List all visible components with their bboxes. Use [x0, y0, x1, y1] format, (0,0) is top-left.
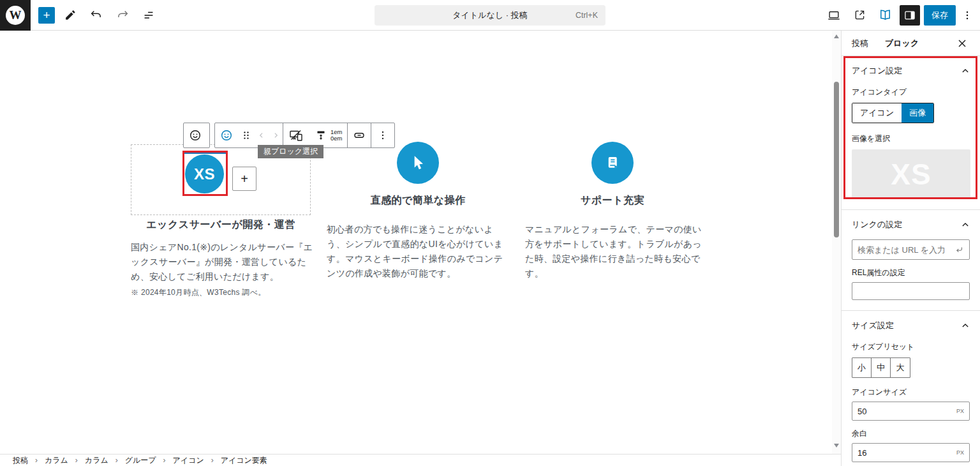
- column1-note[interactable]: ※ 2024年10月時点、W3Techs 調べ。: [131, 287, 313, 298]
- chevron-up-icon: [961, 322, 970, 329]
- panel-title: サイズ設定: [852, 320, 894, 331]
- icon-size-field[interactable]: PX: [852, 402, 970, 421]
- manual-book-icon: [603, 153, 622, 172]
- list-view-button[interactable]: [138, 4, 160, 26]
- book-icon-badge[interactable]: [591, 142, 634, 184]
- smiley-icon: [188, 128, 203, 143]
- breadcrumb-separator-icon: ›: [163, 456, 166, 465]
- wordpress-block-editor: W +: [0, 0, 980, 466]
- link-icon: [352, 128, 367, 143]
- margin-unit: PX: [956, 449, 964, 456]
- margin-input[interactable]: [858, 448, 921, 458]
- wordpress-logo-button[interactable]: W: [0, 0, 31, 31]
- plus-icon: +: [241, 172, 248, 186]
- icon-type-option-image[interactable]: 画像: [902, 103, 933, 123]
- url-search-field[interactable]: [852, 239, 970, 260]
- tab-block[interactable]: ブロック: [885, 38, 919, 49]
- preview-button[interactable]: [823, 4, 845, 26]
- block-spacing-button[interactable]: 1em 0em: [309, 123, 347, 147]
- column2-heading[interactable]: 直感的で簡単な操作: [327, 194, 509, 207]
- enter-key-icon: [954, 244, 964, 255]
- chevron-up-icon: [961, 222, 970, 228]
- cursor-icon-badge[interactable]: [397, 142, 439, 184]
- redo-icon: [115, 8, 130, 22]
- parent-block-tooltip: 親ブロック選択: [258, 145, 323, 158]
- editor-canvas[interactable]: 1em 0em 親ブロック選択 XS +: [0, 31, 832, 454]
- icon-type-option-icon[interactable]: アイコン: [852, 103, 902, 123]
- style-book-button[interactable]: [874, 4, 896, 26]
- rel-attribute-label: REL属性の設定: [852, 267, 970, 278]
- block-toolbar-parent: [183, 123, 210, 148]
- icon-size-input[interactable]: [858, 407, 921, 416]
- column3-body[interactable]: マニュアルとフォーラムで、テーマの使い方をサポートしています。トラブルがあった時…: [525, 222, 706, 281]
- xs-icon-text: XS: [194, 165, 215, 183]
- close-sidebar-button[interactable]: [954, 36, 970, 51]
- document-title-bar[interactable]: タイトルなし · 投稿 Ctrl+K: [375, 5, 605, 26]
- preset-medium-button[interactable]: 中: [872, 358, 891, 377]
- scrollbar-thumb[interactable]: [834, 82, 839, 237]
- image-preview-text: XS: [891, 157, 931, 192]
- xs-icon-badge[interactable]: XS: [185, 154, 224, 193]
- sidebar-tabs: 投稿 ブロック: [842, 31, 980, 56]
- drag-handle[interactable]: [238, 123, 255, 147]
- scroll-up-arrow-icon[interactable]: [834, 34, 839, 38]
- block-options-button[interactable]: [371, 123, 394, 147]
- save-button[interactable]: 保存: [924, 5, 956, 26]
- ellipsis-vertical-icon: [961, 9, 974, 22]
- panel-size-settings-header[interactable]: サイズ設定: [852, 320, 970, 331]
- margin-field[interactable]: PX: [852, 443, 970, 462]
- preset-large-button[interactable]: 大: [891, 358, 910, 377]
- wordpress-logo-icon: W: [6, 6, 25, 25]
- panel-icon-settings-header[interactable]: アイコン設定: [852, 65, 970, 77]
- redo-button[interactable]: [112, 4, 133, 26]
- column1-heading[interactable]: エックスサーバーが開発・運営: [131, 218, 311, 232]
- block-selection-outline: [184, 152, 226, 154]
- close-icon: [958, 39, 967, 48]
- panel-icon-settings: アイコン設定 アイコンタイプ アイコン 画像 画像を選択 XS: [842, 56, 980, 210]
- canvas-scrollbar[interactable]: [832, 31, 841, 454]
- options-menu-button[interactable]: [960, 5, 975, 26]
- rel-attribute-input[interactable]: [852, 282, 970, 300]
- link-button[interactable]: [348, 123, 371, 147]
- breadcrumb-item[interactable]: 投稿: [13, 455, 28, 466]
- breadcrumb-item[interactable]: カラム: [45, 455, 68, 466]
- icon-type-toggle: アイコン 画像: [852, 103, 934, 123]
- icon-size-label: アイコンサイズ: [852, 387, 970, 398]
- move-left-button[interactable]: [255, 123, 269, 147]
- settings-sidebar-toggle[interactable]: [900, 5, 920, 26]
- column3-heading[interactable]: サポート充実: [523, 194, 702, 207]
- spacing-icon: [314, 128, 328, 143]
- plus-icon: +: [43, 8, 50, 23]
- size-preset-group: 小 中 大: [852, 357, 910, 378]
- scroll-down-arrow-icon[interactable]: [834, 444, 839, 447]
- column1-body[interactable]: 国内シェアNo.1(※)のレンタルサーバー『エックスサーバー』が開発・運営してい…: [131, 240, 313, 284]
- top-bar-right-tools: 保存: [823, 4, 980, 26]
- panel-title: リンクの設定: [852, 219, 902, 230]
- preset-small-button[interactable]: 小: [852, 358, 872, 377]
- open-book-icon: [878, 8, 893, 22]
- panel-link-settings-header[interactable]: リンクの設定: [852, 219, 970, 230]
- tab-post[interactable]: 投稿: [852, 38, 868, 49]
- desktop-preview-icon: [827, 8, 841, 22]
- move-right-button[interactable]: [269, 123, 283, 147]
- image-preview-button[interactable]: XS: [852, 149, 970, 199]
- breadcrumb-item[interactable]: グループ: [125, 455, 156, 466]
- breadcrumb-item[interactable]: カラム: [85, 455, 108, 466]
- responsive-visibility-button[interactable]: [283, 123, 309, 147]
- view-post-button[interactable]: [849, 4, 870, 26]
- tools-button[interactable]: [59, 4, 81, 26]
- column2-body[interactable]: 初心者の方でも操作に迷うことがないよう、シンプルで直感的なUIを心がけています。…: [327, 222, 510, 281]
- breadcrumb-separator-icon: ›: [75, 456, 78, 465]
- url-search-input[interactable]: [858, 245, 954, 255]
- parent-icon-block-button[interactable]: [184, 123, 207, 147]
- icon-block-type-button[interactable]: [215, 123, 238, 147]
- block-inserter-button[interactable]: +: [38, 7, 55, 24]
- block-toolbar: 1em 0em: [214, 123, 395, 148]
- add-block-button[interactable]: +: [232, 167, 256, 191]
- mouse-pointer-icon: [408, 153, 428, 173]
- size-preset-label: サイズプリセット: [852, 342, 970, 352]
- breadcrumb-item[interactable]: アイコン: [173, 455, 204, 466]
- pencil-icon: [63, 8, 77, 22]
- undo-button[interactable]: [85, 4, 107, 26]
- breadcrumb-item[interactable]: アイコン要素: [221, 455, 267, 466]
